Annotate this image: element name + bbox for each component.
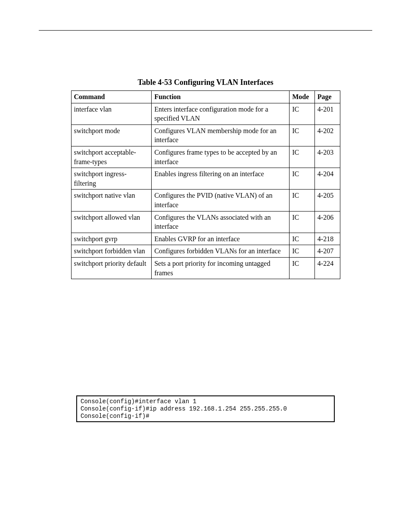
cell-command: switchport gvrp [71, 233, 152, 245]
cell-function: Enables ingress filtering on an interfac… [152, 168, 290, 190]
cell-function: Configures the PVID (native VLAN) of an … [152, 190, 290, 211]
cell-function: Sets a port priority for incoming untagg… [152, 257, 290, 279]
table-row: switchport native vlan Configures the PV… [71, 190, 340, 211]
cell-function: Configures VLAN membership mode for an i… [152, 124, 290, 146]
cell-command: switchport ingress-filtering [71, 168, 152, 190]
header-page: Page [314, 91, 340, 103]
console-output: Console(config)#interface vlan 1 Console… [76, 395, 335, 422]
header-rule [39, 30, 372, 31]
header-mode: Mode [290, 91, 315, 103]
cell-function: Configures frame types to be accepted by… [152, 146, 290, 168]
table-row: switchport allowed vlan Configures the V… [71, 211, 340, 233]
cell-function: Enters interface configuration mode for … [152, 103, 290, 124]
cell-mode: IC [290, 103, 315, 124]
cell-page: 4-207 [314, 245, 340, 258]
cell-mode: IC [290, 257, 315, 279]
table-caption: Table 4-53 Configuring VLAN Interfaces [0, 78, 411, 87]
cell-page: 4-206 [314, 211, 340, 233]
table-row: switchport ingress-filtering Enables ing… [71, 168, 340, 190]
cell-page: 4-202 [314, 124, 340, 146]
cell-command: switchport native vlan [71, 190, 152, 211]
cell-command: switchport mode [71, 124, 152, 146]
cell-page: 4-204 [314, 168, 340, 190]
cell-mode: IC [290, 211, 315, 233]
table-row: switchport gvrp Enables GVRP for an inte… [71, 233, 340, 245]
table-row: switchport forbidden vlan Configures for… [71, 245, 340, 258]
table-row: switchport priority default Sets a port … [71, 257, 340, 279]
cell-mode: IC [290, 245, 315, 258]
cell-page: 4-218 [314, 233, 340, 245]
cell-command: interface vlan [71, 103, 152, 124]
header-function: Function [152, 91, 290, 103]
cell-page: 4-203 [314, 146, 340, 168]
cell-mode: IC [290, 124, 315, 146]
cell-mode: IC [290, 190, 315, 211]
cell-page: 4-205 [314, 190, 340, 211]
header-command: Command [71, 91, 152, 103]
cell-mode: IC [290, 168, 315, 190]
table-row: interface vlan Enters interface configur… [71, 103, 340, 124]
cell-function: Configures forbidden VLANs for an interf… [152, 245, 290, 258]
cell-command: switchport acceptable-frame-types [71, 146, 152, 168]
cell-command: switchport allowed vlan [71, 211, 152, 233]
cell-mode: IC [290, 233, 315, 245]
cell-page: 4-224 [314, 257, 340, 279]
cell-function: Configures the VLANs associated with an … [152, 211, 290, 233]
table-header-row: Command Function Mode Page [71, 91, 340, 103]
cell-mode: IC [290, 146, 315, 168]
cell-command: switchport forbidden vlan [71, 245, 152, 258]
table-row: switchport acceptable-frame-types Config… [71, 146, 340, 168]
vlan-commands-table: Command Function Mode Page interface vla… [71, 90, 340, 279]
cell-function: Enables GVRP for an interface [152, 233, 290, 245]
table-row: switchport mode Configures VLAN membersh… [71, 124, 340, 146]
cell-command: switchport priority default [71, 257, 152, 279]
cell-page: 4-201 [314, 103, 340, 124]
